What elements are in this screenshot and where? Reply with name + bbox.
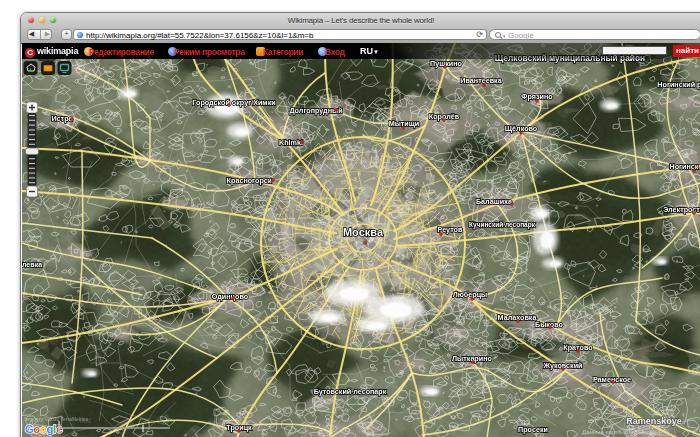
svg-text:Балашиха: Балашиха — [476, 197, 513, 206]
svg-text:Данные карт ©2010 Google: Данные карт ©2010 Google — [582, 429, 659, 435]
svg-text:Khimki: Khimki — [279, 138, 303, 147]
svg-text:Городской округ Химки: Городской округ Химки — [192, 98, 275, 107]
svg-text:Просеки: Просеки — [518, 425, 548, 434]
svg-text:Бутовский лесопарк: Бутовский лесопарк — [314, 387, 387, 396]
svg-text:Москва: Москва — [343, 226, 384, 238]
svg-text:Истра: Истра — [51, 114, 73, 123]
svg-text:Ивантеевка: Ивантеевка — [460, 76, 502, 85]
svg-text:Люберцы: Люберцы — [453, 290, 487, 299]
svg-text:Ramenskoye: Ramenskoye — [626, 416, 682, 426]
svg-text:Ногинский район: Ногинский район — [657, 80, 700, 89]
svg-text:блевка: блевка — [22, 260, 43, 269]
svg-text:Красногорск: Красногорск — [227, 176, 272, 185]
svg-text:Кучинский лесопарк: Кучинский лесопарк — [469, 221, 536, 229]
svg-text:+: + — [28, 66, 33, 75]
svg-text:Imagery ©2010 TerraMetrics: Imagery ©2010 TerraMetrics — [25, 416, 89, 422]
svg-text:Одинцово: Одинцово — [212, 292, 249, 301]
